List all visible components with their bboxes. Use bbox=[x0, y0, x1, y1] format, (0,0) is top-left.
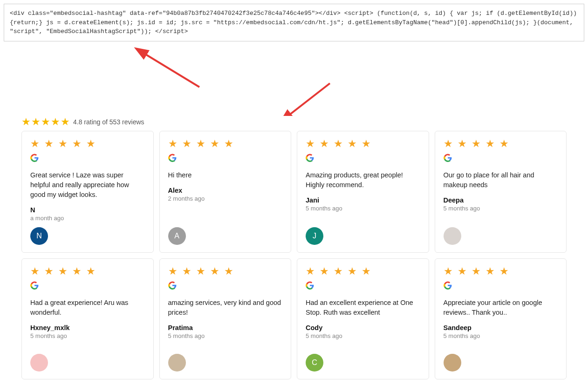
card-stars: ★★★★★ bbox=[168, 139, 283, 149]
reviewer-name: Sandeep bbox=[444, 324, 558, 331]
avatar: C bbox=[306, 354, 323, 371]
avatar bbox=[30, 354, 48, 371]
google-icon bbox=[168, 154, 283, 170]
review-text: Great service ! Laze was super helpful a… bbox=[30, 170, 145, 200]
review-time: 5 months ago bbox=[168, 332, 283, 339]
review-card[interactable]: ★★★★★amazing services, very kind and goo… bbox=[159, 258, 292, 379]
review-text: Appreciate your article on google review… bbox=[444, 298, 558, 317]
review-time: a month ago bbox=[30, 215, 145, 222]
reviewer-name: Cody bbox=[306, 324, 420, 331]
review-text: Had a great experience! Aru was wonderfu… bbox=[30, 298, 145, 317]
google-icon bbox=[306, 154, 420, 170]
review-text: Our go to place for all hair and makeup … bbox=[444, 170, 558, 190]
review-time: 5 months ago bbox=[444, 205, 558, 212]
review-card[interactable]: ★★★★★Had a great experience! Aru was won… bbox=[21, 258, 154, 379]
arrow-up-left bbox=[144, 53, 199, 87]
avatar: J bbox=[306, 227, 323, 245]
review-card[interactable]: ★★★★★Appreciate your article on google r… bbox=[435, 258, 567, 379]
review-card[interactable]: ★★★★★Amazing products, great people! Hig… bbox=[297, 131, 429, 253]
avatar bbox=[444, 354, 461, 371]
arrow-down-left bbox=[288, 83, 330, 116]
summary-stars: ★★★★★ bbox=[21, 116, 70, 128]
card-stars: ★★★★★ bbox=[306, 139, 420, 149]
reviews-grid: ★★★★★Great service ! Laze was super help… bbox=[4, 131, 584, 379]
review-time: 5 months ago bbox=[444, 332, 558, 339]
google-icon bbox=[168, 281, 283, 298]
review-time: 2 months ago bbox=[168, 195, 283, 202]
reviewer-name: Jani bbox=[306, 196, 420, 204]
card-stars: ★★★★★ bbox=[30, 139, 145, 149]
embed-code-text: <div class="embedsocial-hashtag" data-re… bbox=[10, 10, 577, 35]
google-icon bbox=[444, 154, 558, 170]
arrows-svg bbox=[4, 46, 584, 116]
review-time: 5 months ago bbox=[306, 332, 420, 339]
google-icon bbox=[30, 281, 145, 298]
annotation-arrows bbox=[4, 46, 584, 116]
card-stars: ★★★★★ bbox=[444, 139, 558, 149]
review-text: amazing services, very kind and good pri… bbox=[168, 298, 283, 317]
review-card[interactable]: ★★★★★Had an excellent experience at One … bbox=[297, 258, 429, 379]
review-card[interactable]: ★★★★★Our go to place for all hair and ma… bbox=[435, 131, 567, 253]
google-icon bbox=[306, 281, 420, 298]
avatar: A bbox=[168, 227, 186, 245]
avatar bbox=[444, 227, 461, 245]
review-card[interactable]: ★★★★★Great service ! Laze was super help… bbox=[21, 131, 154, 253]
rating-summary: ★★★★★ 4.8 rating of 553 reviews bbox=[4, 116, 584, 131]
review-text: Hi there bbox=[168, 170, 283, 180]
reviewer-name: Hxney_mxlk bbox=[30, 324, 145, 331]
reviewer-name: Deepa bbox=[444, 196, 558, 204]
review-text: Amazing products, great people! Highly r… bbox=[306, 170, 420, 190]
review-card[interactable]: ★★★★★Hi thereAlex2 months agoA bbox=[159, 131, 292, 253]
avatar bbox=[168, 354, 186, 371]
card-stars: ★★★★★ bbox=[168, 266, 283, 277]
reviewer-name: N bbox=[30, 206, 145, 214]
embed-code-box[interactable]: <div class="embedsocial-hashtag" data-re… bbox=[4, 4, 584, 41]
card-stars: ★★★★★ bbox=[30, 266, 145, 277]
card-stars: ★★★★★ bbox=[306, 266, 420, 277]
summary-text: 4.8 rating of 553 reviews bbox=[73, 118, 144, 126]
reviewer-name: Alex bbox=[168, 187, 283, 194]
review-time: 5 months ago bbox=[30, 332, 145, 339]
google-icon bbox=[444, 281, 558, 298]
avatar: N bbox=[30, 227, 48, 245]
review-text: Had an excellent experience at One Stop.… bbox=[306, 298, 420, 317]
review-time: 5 months ago bbox=[306, 205, 420, 212]
google-icon bbox=[30, 154, 145, 170]
card-stars: ★★★★★ bbox=[444, 266, 558, 277]
reviewer-name: Pratima bbox=[168, 324, 283, 331]
